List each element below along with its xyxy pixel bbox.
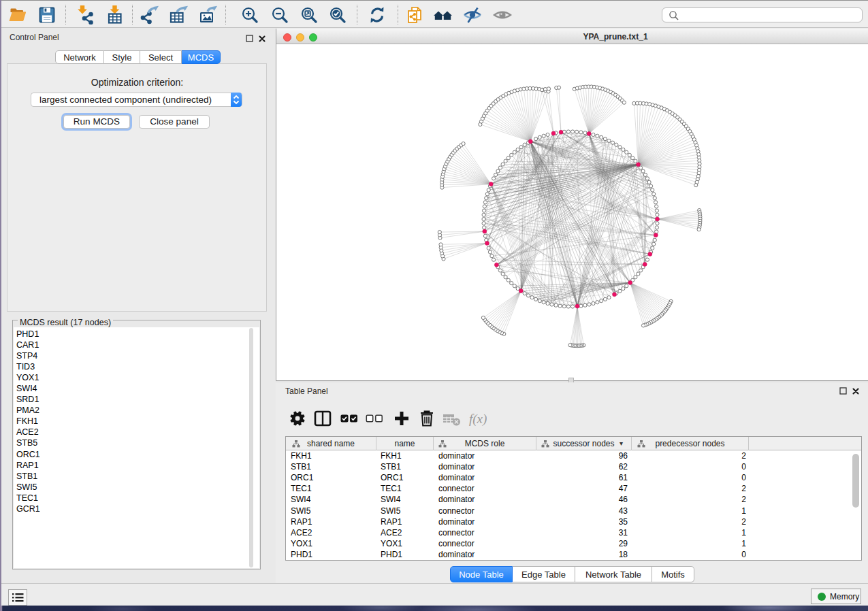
svg-text:f(x): f(x) [469, 412, 487, 427]
